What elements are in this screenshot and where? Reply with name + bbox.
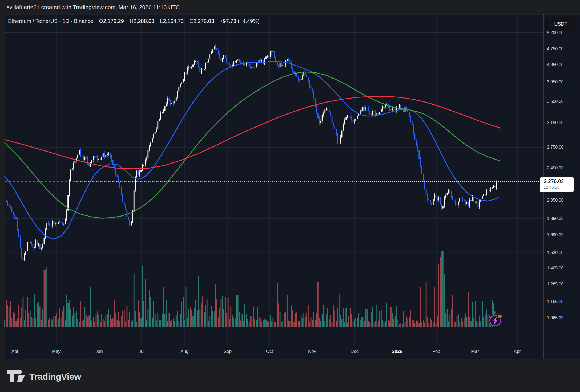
price-tick-label: 3,550.00 [547, 99, 563, 104]
time-tick-label: Dec [351, 349, 359, 354]
attribution-banner: svillafuerte21 created with TradingView.… [0, 0, 580, 14]
price-tick-label: 4,750.00 [547, 47, 563, 51]
price-tick-label: 1,530.00 [547, 250, 563, 255]
spark-widget[interactable] [488, 313, 505, 331]
currency-label: USDT [554, 21, 567, 27]
time-tick-label: Oct [266, 349, 273, 354]
time-tick-label: 2026 [392, 349, 402, 354]
time-tick-label: Apr [11, 349, 18, 354]
price-tick-label: 1,690.00 [547, 232, 563, 237]
price-tick-label: 1,065.00 [547, 316, 563, 320]
price-tick-label: 3,950.00 [547, 80, 563, 84]
last-price-label: 2,276.03 12:46:13 [540, 177, 574, 192]
tradingview-chart-window: svillafuerte21 created with TradingView.… [0, 0, 580, 392]
price-tick-label: 2,750.00 [547, 145, 563, 150]
chart-canvas[interactable] [0, 0, 580, 392]
notification-dot [498, 315, 502, 318]
time-tick-label: Jun [95, 349, 103, 354]
price-tick-label: 1,165.00 [547, 299, 563, 304]
open-value: O2,178.29 [99, 18, 124, 24]
price-tick-label: 1,405.00 [547, 266, 563, 271]
time-tick-label: Aug [180, 349, 188, 354]
time-tick-label: Jul [139, 349, 144, 354]
price-tick-label: 4,350.00 [547, 62, 563, 67]
tradingview-logo[interactable]: TradingView [6, 370, 81, 383]
attribution-text: svillafuerte21 created with TradingView.… [7, 4, 180, 10]
low-value: L2,164.73 [160, 18, 184, 24]
price-tick-label: 2,050.00 [547, 198, 563, 203]
last-price-value: 2,276.03 [544, 178, 574, 184]
time-tick-label: Mar [471, 349, 479, 354]
close-value: C2,276.03 [190, 18, 214, 24]
time-tick-label: Nov [308, 349, 316, 354]
tradingview-logo-text: TradingView [29, 371, 81, 382]
symbol-title[interactable]: Ethereum / TetherUS · 1D · Binance [8, 18, 93, 24]
time-tick-label: May [52, 349, 61, 354]
change-value: +97.73 (+4.49%) [220, 18, 260, 24]
price-tick-label: 3,150.00 [547, 120, 563, 125]
time-tick-label: Sep [224, 349, 232, 354]
price-tick-label: 2,450.00 [547, 166, 563, 170]
price-tick-label: 1,850.00 [547, 216, 563, 221]
high-value: H2,288.63 [130, 18, 154, 24]
price-tick-label: 1,285.00 [547, 282, 563, 287]
bar-countdown: 12:46:13 [544, 185, 574, 189]
time-tick-label: Feb [432, 349, 440, 354]
symbol-ohlc-header[interactable]: Ethereum / TetherUS · 1D · Binance O2,17… [8, 18, 260, 26]
currency-toggle-button[interactable]: USDT [546, 17, 575, 31]
time-tick-label: Apr [514, 349, 521, 354]
tradingview-logo-icon [6, 370, 26, 383]
